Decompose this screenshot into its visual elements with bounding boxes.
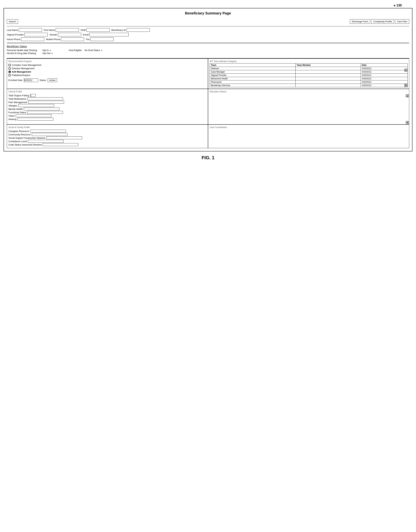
allergies-row: Allergies [8, 104, 206, 107]
total-medications-input[interactable] [27, 97, 63, 100]
vision-input[interactable] [16, 114, 51, 117]
idt-member-pharmacist [295, 80, 361, 84]
first-name-input[interactable] [56, 28, 79, 32]
fields-row-3: Home Phone Mobile Phone Fax [7, 38, 409, 41]
idt-team-pharmacist: Pharmacist [210, 80, 296, 84]
compliance-level-label: Compliance Level [8, 140, 27, 143]
community-resource-input[interactable] [32, 133, 68, 136]
sections-grid: Recommended Program Complex Case Managem… [7, 58, 409, 148]
caregiver-resource-row: Caregiver Resource [8, 130, 206, 133]
palliative-label: Palliative/Hospice [12, 74, 30, 76]
aligned-provider-group: Aligned Provider [7, 33, 48, 36]
caregiver-resource-input[interactable] [30, 130, 66, 133]
status-badge: Active [48, 78, 57, 82]
idt-team-dietician: Dietician [210, 67, 296, 70]
disease-mgmt-radio[interactable]: Disease Management [8, 67, 206, 70]
idt-scroll-down-button[interactable]: ▼ [404, 84, 407, 87]
hearing-input[interactable] [18, 118, 53, 121]
last-name-label: Last Name [7, 29, 18, 31]
total-medications-label: Total Medications [8, 97, 26, 100]
palliative-radio[interactable]: Palliative/Hospice [8, 74, 206, 76]
idt-table: Team Team Member Date Dietician 4/20/201… [210, 63, 408, 87]
self-mgmt-radio-circle [8, 71, 11, 73]
allergies-label: Allergies [8, 104, 17, 107]
home-phone-label: Home Phone [7, 38, 20, 41]
fax-label: Fax [86, 38, 90, 41]
palliative-radio-circle [8, 74, 11, 76]
beneficiary-id-input[interactable] [127, 28, 150, 32]
last-name-input[interactable] [19, 28, 42, 32]
gender-label: Gender [49, 33, 57, 36]
social-support-input[interactable] [46, 136, 82, 139]
self-mgmt-radio[interactable]: Self Management [8, 70, 206, 73]
allergies-input[interactable] [18, 104, 54, 107]
functional-status-input[interactable] [27, 111, 63, 114]
home-phone-group: Home Phone [7, 38, 44, 41]
first-name-group: First Name [44, 28, 79, 32]
idt-team-aligned-provider: Aligned Provider [210, 74, 296, 77]
opt-out-row: Opt Out [42, 52, 53, 55]
care-coordination-title: Care Coordination [210, 126, 408, 129]
idt-member-aligned-provider [295, 74, 361, 77]
fax-input[interactable] [90, 38, 114, 41]
complexity-profile-button[interactable]: Complexity Profile [371, 19, 394, 24]
clinical-profile-section: Clinical Profile Total Organs Failing To… [7, 89, 208, 124]
table-row: Behavioral Health 4/20/2012 [210, 77, 408, 80]
aligned-provider-input[interactable] [24, 33, 48, 36]
total-organs-input[interactable] [30, 94, 36, 97]
idt-member-dietician [295, 67, 361, 70]
education-history-section: Education History ▲ ▼ [208, 89, 409, 124]
functional-status-row: Functional Status [8, 111, 206, 114]
social-family-title: Social & Family Profile [8, 126, 206, 129]
idt-member-case-manager [295, 70, 361, 74]
page-title: Beneficiary Summary Page [7, 11, 409, 17]
gender-input[interactable] [58, 33, 81, 36]
beneficiary-id-label: Beneficiary ID [111, 29, 126, 31]
dob-input[interactable] [87, 28, 110, 32]
edu-scroll-up-button[interactable]: ▲ [406, 94, 409, 97]
complex-case-label: Complex Case Management [12, 64, 41, 66]
discharge-form-button[interactable]: Discharge Form [350, 19, 370, 24]
compliance-level-input[interactable] [28, 140, 64, 143]
hearing-label: Hearing [8, 118, 17, 121]
disease-mgmt-radio-circle [8, 67, 11, 70]
edu-scroll-down-button[interactable]: ▼ [406, 121, 409, 124]
toolbar: Search Discharge Form Complexity Profile… [7, 19, 409, 24]
dual-eligible-label: Dual Eligible [69, 49, 82, 52]
search-button[interactable]: Search [7, 19, 18, 24]
mobile-phone-group: Mobile Phone [46, 38, 84, 41]
complex-case-radio-circle [8, 64, 11, 66]
toolbar-left: Search [7, 19, 348, 24]
opt-out-dropdown-icon[interactable] [52, 52, 53, 55]
complex-case-radio[interactable]: Complex Case Management [8, 64, 206, 66]
no-dual-status-dropdown-icon[interactable] [101, 49, 102, 52]
pain-mgmt-label: Pain Management [8, 101, 27, 104]
total-medications-row: Total Medications [8, 97, 206, 100]
table-row: Beneficiary Services 4/20/2012 [210, 84, 408, 87]
idt-scroll-up-button[interactable]: ▲ [404, 69, 407, 72]
mobile-phone-label: Mobile Phone [46, 38, 60, 41]
mental-health-input[interactable] [24, 107, 59, 110]
pain-mgmt-input[interactable] [28, 101, 64, 104]
status-row: Personal Health data Sharing Alcohol & D… [7, 49, 409, 55]
code-status-input[interactable] [43, 143, 78, 146]
email-input[interactable] [89, 33, 129, 36]
radio-group: Complex Case Management Disease Manageme… [8, 64, 206, 76]
vision-row: Vision [8, 114, 206, 117]
home-phone-input[interactable] [21, 38, 44, 41]
community-resource-row: Community Resource [8, 133, 206, 136]
social-support-row: Social Support Careworker Network [8, 136, 206, 139]
idt-date-dietician: 4/20/2012 [361, 67, 407, 70]
table-row: Pharmacist 4/20/2012 [210, 80, 408, 84]
idt-member-behavioral-health [295, 77, 361, 80]
enrolled-date-input[interactable] [24, 78, 38, 82]
page-number: 130 [4, 4, 412, 7]
idt-date-case-manager: 4/20/2012 [361, 70, 407, 74]
care-plan-button[interactable]: Care Plan [395, 19, 409, 24]
status-label: Status [40, 79, 46, 82]
idt-team-beneficiary-services: Beneficiary Services [210, 84, 296, 87]
opt-in-dropdown-icon[interactable] [50, 49, 51, 52]
mobile-phone-input[interactable] [61, 38, 84, 41]
table-row: Case Manager 4/20/2012 [210, 70, 408, 74]
community-resource-label: Community Resource [8, 133, 31, 136]
